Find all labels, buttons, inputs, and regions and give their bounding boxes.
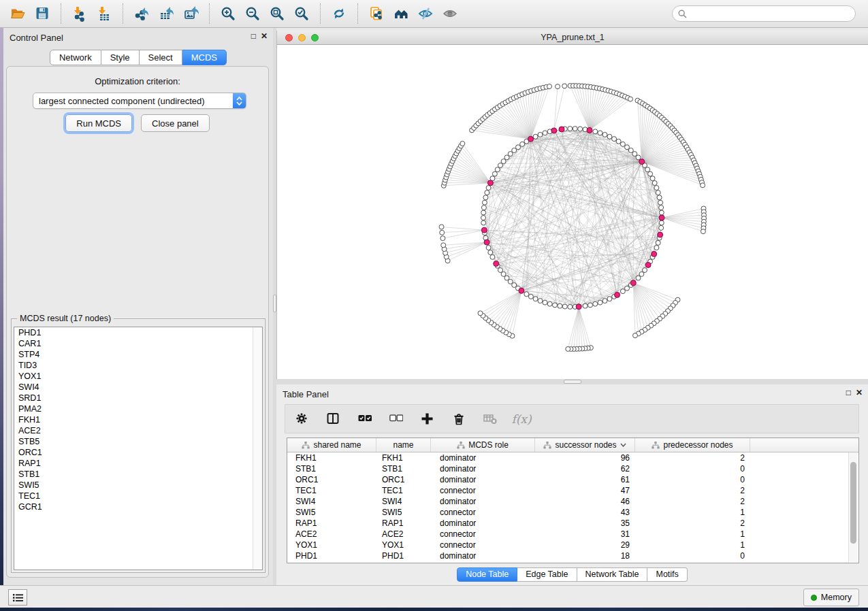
zoom-fit-icon[interactable] <box>265 3 289 24</box>
close-table-panel-icon[interactable]: ✕ <box>856 389 863 397</box>
mcds-selected-node[interactable] <box>652 251 657 257</box>
table-row[interactable]: SWI5SWI5connector431 <box>287 507 858 518</box>
mcds-node-item[interactable]: TEC1 <box>14 491 262 501</box>
mcds-selected-node[interactable] <box>630 280 636 286</box>
import-network-icon[interactable] <box>67 3 92 24</box>
mcds-node-item[interactable]: STP4 <box>14 349 262 360</box>
mcds-selected-node[interactable] <box>645 262 651 267</box>
mcds-node-item[interactable]: FKH1 <box>14 414 262 425</box>
mcds-node-item[interactable]: TID3 <box>14 360 262 371</box>
mcds-node-item[interactable]: SWI5 <box>14 480 262 491</box>
table-row[interactable]: ORC1ORC1dominator610 <box>287 474 858 485</box>
table-scrollbar[interactable] <box>848 452 858 562</box>
column-header-successor-nodes[interactable]: successor nodes <box>535 438 635 452</box>
mcds-selected-node[interactable] <box>559 127 564 132</box>
tab-style[interactable]: Style <box>101 50 140 65</box>
mcds-selected-node[interactable] <box>658 232 663 237</box>
table-row[interactable]: PHD1PHD1dominator180 <box>287 550 858 561</box>
table-row[interactable]: ACE2ACE2connector311 <box>287 529 858 540</box>
open-session-icon[interactable] <box>5 3 30 24</box>
table-row[interactable]: FKH1FKH1dominator962 <box>287 452 858 463</box>
export-network-icon[interactable] <box>129 3 154 24</box>
show-all-icon[interactable] <box>438 3 462 24</box>
network-graph-canvas[interactable] <box>277 45 868 379</box>
table-row[interactable]: SWI4SWI4dominator462 <box>287 496 858 507</box>
mcds-node-item[interactable]: YOX1 <box>14 371 262 382</box>
criterion-dropdown[interactable]: largest connected component (undirected) <box>33 93 246 109</box>
table-scrollbar-thumb[interactable] <box>850 462 856 544</box>
close-window-icon[interactable] <box>285 34 293 42</box>
mcds-selected-node[interactable] <box>528 136 534 142</box>
mcds-selected-node[interactable] <box>484 240 489 245</box>
zoom-in-icon[interactable] <box>216 3 240 24</box>
tab-mcds[interactable]: MCDS <box>182 50 227 65</box>
memory-button[interactable]: Memory <box>803 589 859 606</box>
mcds-selected-node[interactable] <box>587 127 592 133</box>
search-input[interactable] <box>690 7 854 22</box>
tab-network-table[interactable]: Network Table <box>577 567 648 582</box>
delete-column-icon[interactable] <box>450 409 468 429</box>
hide-selected-icon[interactable] <box>413 3 438 24</box>
table-row[interactable]: RAP1RAP1dominator352 <box>287 518 858 529</box>
horizontal-splitter[interactable] <box>276 379 868 384</box>
mcds-selected-node[interactable] <box>615 292 620 297</box>
task-history-button[interactable] <box>8 589 27 606</box>
tab-node-table[interactable]: Node Table <box>457 567 517 582</box>
export-image-icon[interactable] <box>178 3 203 24</box>
show-columns-icon[interactable] <box>325 409 342 429</box>
table-row[interactable]: STB1STB1dominator620 <box>287 463 858 474</box>
mcds-node-item[interactable]: PMA2 <box>14 403 262 414</box>
mcds-selected-node[interactable] <box>576 304 581 310</box>
mcds-node-item[interactable]: CAR1 <box>14 338 262 349</box>
new-network-from-selection-icon[interactable] <box>364 3 389 24</box>
mcds-node-item[interactable]: GCR1 <box>14 501 262 512</box>
column-header-predecessor-nodes[interactable]: predecessor nodes <box>635 438 750 452</box>
float-table-panel-icon[interactable]: □ <box>846 389 851 397</box>
mcds-node-item[interactable]: RAP1 <box>14 458 262 469</box>
mcds-node-item[interactable]: SWI4 <box>14 382 262 393</box>
add-column-icon[interactable] <box>419 409 436 429</box>
close-panel-icon[interactable]: ✕ <box>261 32 268 40</box>
export-table-icon[interactable] <box>154 3 178 24</box>
float-panel-icon[interactable]: □ <box>251 32 256 40</box>
tab-motifs[interactable]: Motifs <box>647 567 687 582</box>
mcds-selected-node[interactable] <box>494 261 499 267</box>
mcds-node-item[interactable]: STB5 <box>14 436 262 447</box>
first-neighbors-icon[interactable] <box>389 3 413 24</box>
tab-edge-table[interactable]: Edge Table <box>517 567 577 582</box>
mcds-node-item[interactable]: STB1 <box>14 469 262 480</box>
mcds-selected-node[interactable] <box>639 159 645 165</box>
deselect-all-icon[interactable] <box>387 409 405 429</box>
mcds-node-item[interactable]: PHD1 <box>14 327 262 338</box>
mcds-selected-node[interactable] <box>519 288 524 293</box>
maximize-window-icon[interactable] <box>311 34 319 42</box>
select-all-icon[interactable] <box>356 409 374 429</box>
mcds-selected-node[interactable] <box>487 180 493 186</box>
run-mcds-button[interactable]: Run MCDS <box>65 114 132 132</box>
save-session-icon[interactable] <box>30 3 54 24</box>
mcds-selected-node[interactable] <box>551 128 557 133</box>
mcds-node-item[interactable]: SRD1 <box>14 393 262 403</box>
column-header-MCDS-role[interactable]: MCDS role <box>431 438 535 452</box>
import-table-icon[interactable] <box>92 3 116 24</box>
refresh-network-icon[interactable] <box>327 3 351 24</box>
column-header-name[interactable]: name <box>376 438 431 452</box>
mcds-selected-node[interactable] <box>659 215 664 220</box>
tab-network[interactable]: Network <box>50 50 101 65</box>
zoom-out-icon[interactable] <box>240 3 265 24</box>
column-header-shared-name[interactable]: shared name <box>287 438 376 452</box>
horizontal-splitter-handle[interactable] <box>564 380 581 384</box>
table-row[interactable]: YOX1YOX1connector291 <box>287 540 858 550</box>
search-box[interactable] <box>672 5 856 22</box>
mcds-list-scrollbar[interactable] <box>253 327 262 569</box>
table-row[interactable]: TEC1TEC1connector472 <box>287 485 858 496</box>
mcds-selected-node[interactable] <box>481 227 487 233</box>
mcds-result-list[interactable]: PHD1CAR1STP4TID3YOX1SWI4SRD1PMA2FKH1ACE2… <box>14 327 263 570</box>
minimize-window-icon[interactable] <box>298 34 306 42</box>
zoom-selected-icon[interactable] <box>289 3 314 24</box>
close-panel-button[interactable]: Close panel <box>141 114 210 132</box>
network-window-titlebar[interactable]: YPA_prune.txt_1 <box>277 31 868 45</box>
mcds-node-item[interactable]: ORC1 <box>14 447 262 458</box>
mcds-node-item[interactable]: ACE2 <box>14 425 262 436</box>
tab-select[interactable]: Select <box>140 50 182 65</box>
